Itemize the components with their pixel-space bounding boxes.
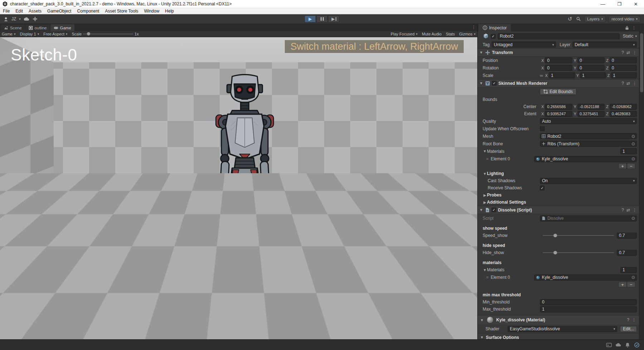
account-avatar-icon[interactable] <box>3 16 9 22</box>
scale-z-field[interactable]: 1 <box>611 72 637 78</box>
tab-outline[interactable]: outline <box>25 24 50 31</box>
edit-bounds-button[interactable]: Edit Bounds <box>540 88 576 95</box>
menu-file[interactable]: File <box>0 9 13 14</box>
root-bone-picker-icon[interactable]: ⊙ <box>631 141 635 146</box>
menu-gameobject[interactable]: GameObject <box>44 9 74 14</box>
dissolve-element0-object-field[interactable]: Kyle_dissolve ⊙ <box>534 274 637 281</box>
skinned-mesh-renderer-header[interactable]: ▼ ✓ Skinned Mesh Renderer ? ⇄ ⋮ <box>478 79 639 87</box>
smr-materials-row[interactable]: ▼ Materials 1 <box>478 147 639 155</box>
gameobject-active-checkbox[interactable]: ✓ <box>491 34 496 39</box>
smr-menu-icon[interactable]: ⋮ <box>633 81 637 86</box>
tab-game[interactable]: Game <box>50 24 74 31</box>
tab-inspector[interactable]: Inspector <box>478 24 511 31</box>
receive-shadows-checkbox[interactable]: ✓ <box>540 186 545 190</box>
account-label[interactable]: JZ <box>11 16 16 21</box>
transform-foldout-icon[interactable]: ▼ <box>479 50 483 54</box>
smr-element0-object-field[interactable]: Kyle_dissolve ⊙ <box>534 156 637 162</box>
material-foldout-icon[interactable]: ▼ <box>480 318 484 322</box>
additional-settings-foldout-row[interactable]: ▶ Additional Settings <box>478 199 639 206</box>
probes-foldout-icon[interactable]: ▶ <box>483 193 487 197</box>
position-y-field[interactable]: 0 <box>577 57 605 63</box>
dissolve-foldout-icon[interactable]: ▼ <box>479 208 483 212</box>
update-offscreen-checkbox[interactable] <box>540 126 545 131</box>
dissolve-menu-icon[interactable]: ⋮ <box>633 208 637 213</box>
record-video-dropdown[interactable]: record video ▾ <box>609 16 640 23</box>
constrain-proportions-icon[interactable]: ∞ <box>540 73 543 78</box>
layers-dropdown[interactable]: Layers ▾ <box>584 16 606 23</box>
transform-help-icon[interactable]: ? <box>621 50 624 55</box>
search-icon[interactable] <box>576 16 581 22</box>
probes-foldout-row[interactable]: ▶ Probes <box>478 191 639 199</box>
tab-scene[interactable]: Scene <box>1 24 25 31</box>
cloud-icon[interactable] <box>24 16 29 22</box>
speed-show-field[interactable]: 0.7 <box>617 233 637 239</box>
smr-element0-picker-icon[interactable]: ⊙ <box>631 156 635 161</box>
hide-show-slider-thumb[interactable] <box>553 251 557 254</box>
menu-window[interactable]: Window <box>141 9 162 14</box>
smr-materials-foldout-icon[interactable]: ▼ <box>483 149 487 153</box>
scale-slider[interactable] <box>83 34 133 34</box>
display-target-dropdown[interactable]: Display 1▾ <box>20 32 39 36</box>
step-button[interactable]: ▶ <box>328 15 340 23</box>
static-label[interactable]: Static <box>623 34 633 39</box>
game-display-mode-dropdown[interactable]: Game▾ <box>2 32 16 36</box>
cloud-sync-status-icon[interactable] <box>615 342 621 348</box>
surface-options-row[interactable]: ▼ Surface Options <box>478 333 639 339</box>
center-y-field[interactable]: -0.0521188 <box>577 104 605 110</box>
drag-handle-icon[interactable]: = <box>486 157 488 161</box>
smr-help-icon[interactable]: ? <box>621 81 624 86</box>
mute-audio-toggle[interactable]: Mute Audio <box>422 32 441 36</box>
additional-settings-foldout-icon[interactable]: ▶ <box>483 200 487 204</box>
static-caret-icon[interactable]: ▾ <box>635 34 637 38</box>
script-object-field[interactable]: Dissolve ⊙ <box>540 215 637 222</box>
dissolve-presets-icon[interactable]: ⇄ <box>626 208 630 213</box>
extent-y-field[interactable]: 0.3275451 <box>577 111 605 117</box>
game-viewport[interactable]: Sketch-0 Switch material : LeftArrow, Ri… <box>0 37 477 339</box>
maximize-button[interactable]: ❐ <box>611 0 628 8</box>
next-material-arrow-icon[interactable]: › <box>463 319 468 336</box>
dissolve-element0-picker-icon[interactable]: ⊙ <box>631 275 635 280</box>
material-menu-icon[interactable]: ⋮ <box>632 317 636 322</box>
dissolve-materials-row[interactable]: ▼ Materials 1 <box>478 266 639 273</box>
rotation-z-field[interactable]: 0 <box>610 65 637 71</box>
script-picker-icon[interactable]: ⊙ <box>631 216 635 221</box>
play-focused-dropdown[interactable]: Play Focused▾ <box>391 32 418 36</box>
center-z-field[interactable]: -0.0268062 <box>610 104 637 110</box>
play-button[interactable]: ▶ <box>304 15 316 23</box>
layer-dropdown[interactable]: Default▾ <box>572 42 637 48</box>
add-dissolve-material-button[interactable]: + <box>618 282 627 287</box>
minimize-button[interactable]: — <box>595 0 611 8</box>
aspect-ratio-dropdown[interactable]: Free Aspect▾ <box>43 32 67 36</box>
remove-dissolve-material-button[interactable]: − <box>627 282 635 287</box>
shader-edit-button[interactable]: Edit... <box>620 326 637 332</box>
menu-help[interactable]: Help <box>162 9 177 14</box>
material-header[interactable]: ▼ Kyle_dissolve (Material) ? ⋮ <box>478 315 639 325</box>
surface-options-foldout-icon[interactable]: ▼ <box>480 335 484 339</box>
menu-component[interactable]: Component <box>74 9 102 14</box>
progress-status-icon[interactable] <box>634 342 640 348</box>
hide-show-slider[interactable] <box>543 252 614 253</box>
lighting-foldout-icon[interactable]: ▼ <box>483 172 487 176</box>
notifications-status-icon[interactable] <box>625 342 630 348</box>
transform-menu-icon[interactable]: ⋮ <box>633 50 637 55</box>
shader-dropdown[interactable]: EasyGameStudio/dissolve▾ <box>508 326 617 332</box>
stats-toggle[interactable]: Stats <box>446 32 455 36</box>
pause-button[interactable] <box>316 15 328 23</box>
extent-z-field[interactable]: 0.4628083 <box>610 111 637 117</box>
add-material-button[interactable]: + <box>618 163 627 169</box>
rotation-x-field[interactable]: 0 <box>545 65 572 71</box>
transform-presets-icon[interactable]: ⇄ <box>626 50 630 55</box>
smr-enabled-checkbox[interactable]: ✓ <box>492 81 497 86</box>
dissolve-script-header[interactable]: ▼ ✓ Dissolve (Script) ? ⇄ ⋮ <box>478 206 639 214</box>
menu-edit[interactable]: Edit <box>13 9 26 14</box>
close-button[interactable]: ✕ <box>628 0 644 8</box>
smr-materials-size-field[interactable]: 1 <box>620 148 637 154</box>
settings-gear-icon[interactable] <box>32 16 38 22</box>
inspector-menu-icon[interactable]: ⋮ <box>632 25 636 30</box>
min-threshold-field[interactable]: 0 <box>540 299 637 305</box>
smr-presets-icon[interactable]: ⇄ <box>626 81 630 86</box>
transform-header[interactable]: ▼ Transform ? ⇄ ⋮ <box>478 48 639 57</box>
center-x-field[interactable]: 0.2656586 <box>545 104 572 110</box>
cast-shadows-dropdown[interactable]: On▾ <box>540 178 637 184</box>
hide-show-field[interactable]: 0.7 <box>617 250 637 256</box>
